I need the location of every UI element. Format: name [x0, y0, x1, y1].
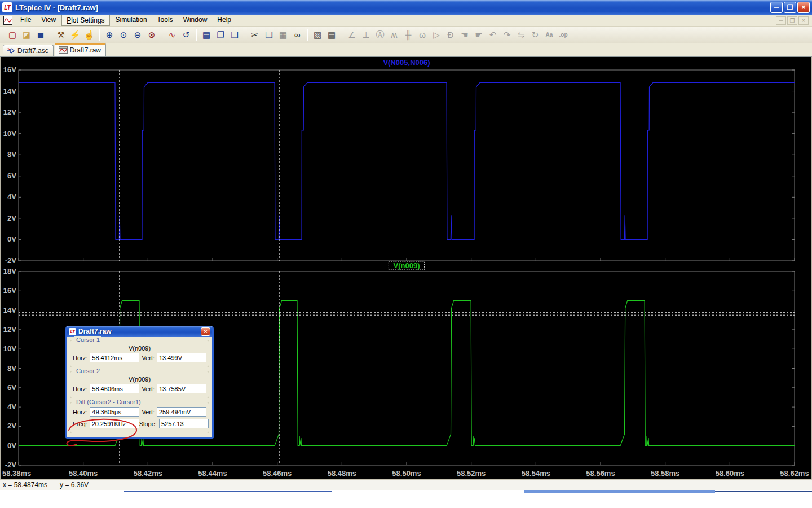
mdi-minimize-button[interactable]: ─ — [776, 16, 786, 25]
component-tool-icon: Ð — [444, 28, 457, 42]
zoom-out-icon[interactable]: ⊖ — [131, 28, 144, 42]
trace-V(N005,N006) — [19, 83, 795, 240]
menu-help[interactable]: Help — [213, 15, 236, 26]
zoom-extents-icon[interactable]: ↺ — [179, 28, 193, 42]
window-title: LTspice IV - [Draft7.raw] — [15, 3, 98, 12]
group-label: Cursor 1 — [74, 336, 102, 343]
cursor-readout-dialog[interactable]: LT Draft7.raw × Cursor 1V(n009)Horz:Vert… — [65, 326, 214, 439]
cursor1-signal-name: V(n009) — [73, 345, 206, 352]
mdi-close-button[interactable]: × — [798, 16, 809, 25]
x-tick-label: 58.38ms — [2, 469, 31, 478]
ltspice-logo-icon: LT — [2, 2, 12, 12]
mdi-restore-button[interactable]: ❐ — [787, 16, 797, 25]
diff-slope-input[interactable] — [159, 419, 209, 428]
y-tick-label: 14V — [3, 306, 16, 314]
spice-directive-icon: .op — [557, 28, 570, 42]
waveform-doc-icon — [3, 16, 12, 25]
dialog-title-bar[interactable]: LT Draft7.raw × — [67, 326, 212, 337]
window-controls: ─❐× — [770, 2, 810, 13]
print-icon[interactable]: ▤ — [325, 28, 338, 42]
x-tick-label: 58.46ms — [263, 469, 292, 478]
field-label: Horz: — [73, 386, 87, 392]
waveform-icon — [59, 46, 68, 54]
dialog-close-button[interactable]: × — [201, 327, 210, 336]
field-row: Freq:Slope: — [73, 419, 206, 428]
field-row: Horz:Vert: — [73, 407, 206, 417]
minimize-button[interactable]: ─ — [770, 2, 783, 13]
menu-simulation[interactable]: Simulation — [111, 15, 152, 26]
menu-file[interactable]: File — [16, 15, 36, 26]
y-tick-label: 4V — [7, 192, 16, 201]
status-x-readout: x = 58.4874ms — [3, 481, 47, 489]
y-tick-label: 8V — [7, 150, 16, 159]
autorange-icon[interactable]: ∿ — [165, 28, 179, 42]
x-tick-label: 58.52ms — [457, 469, 486, 478]
diff-freq-input[interactable] — [90, 419, 139, 428]
save-icon[interactable]: ◼ — [34, 28, 47, 42]
pane-title-bottom[interactable]: V(n009) — [394, 261, 420, 270]
y-tick-label: 12V — [3, 108, 16, 116]
y-tick-label: 4V — [7, 402, 16, 411]
y-tick-label: -2V — [5, 256, 17, 265]
paste-icon: ▦ — [276, 28, 290, 42]
tab-label: Draft7.asc — [17, 47, 48, 55]
y-tick-label: 10V — [3, 129, 16, 138]
print-preview-icon[interactable]: ▧ — [311, 28, 324, 42]
cursor1-horz-input[interactable] — [90, 353, 139, 362]
menu-tools[interactable]: Tools — [153, 15, 178, 26]
cursor1-vert-input[interactable] — [157, 353, 206, 362]
menu-view[interactable]: View — [37, 15, 60, 26]
group-diff: Diff (Cursor2 - Cursor1)Horz:Vert:Freq:S… — [70, 402, 209, 433]
ltspice-logo-icon: LT — [69, 328, 76, 335]
field-label: Vert: — [142, 386, 155, 392]
field-row: Horz:Vert: — [73, 384, 206, 393]
ground-tool-icon: ⊥ — [359, 28, 373, 42]
close-button[interactable]: × — [797, 2, 810, 13]
menu-plot-settings[interactable]: Plot Settings — [61, 15, 109, 26]
net-label-tool-icon: Ⓐ — [373, 28, 387, 42]
zoom-in-icon[interactable]: ⊕ — [103, 28, 116, 42]
move-tool-icon: ☚ — [458, 28, 471, 42]
cursor2-vert-input[interactable] — [157, 384, 206, 393]
drag-tool-icon: ☛ — [472, 28, 486, 42]
y-tick-label: 14V — [3, 87, 16, 95]
zoom-fit-icon[interactable]: ⊗ — [145, 28, 158, 42]
copy-icon[interactable]: ❏ — [262, 28, 276, 42]
wire-tool-icon: ∠ — [345, 28, 359, 42]
dialog-body: Cursor 1V(n009)Horz:Vert:Cursor 2V(n009)… — [67, 337, 212, 433]
y-tick-label: 10V — [3, 344, 16, 353]
find-icon[interactable]: ∞ — [290, 28, 304, 42]
cascade-icon[interactable]: ❏ — [228, 28, 241, 42]
field-label: Horz: — [73, 409, 87, 415]
restore-button[interactable]: ❐ — [784, 2, 796, 13]
menu-bar: FileViewPlot SettingsSimulationToolsWind… — [0, 15, 812, 27]
diff-vert-input[interactable] — [157, 407, 206, 417]
y-tick-label: 18V — [3, 267, 16, 275]
toolbar-separator — [342, 29, 342, 41]
diff-horz-input[interactable] — [90, 407, 139, 417]
halt-icon: ☝ — [82, 28, 96, 42]
status-bar: x = 58.4874ms y = 6.36V — [0, 479, 812, 490]
title-bar[interactable]: LT LTspice IV - [Draft7.raw] ─❐× — [0, 0, 812, 15]
menu-items: FileViewPlot SettingsSimulationToolsWind… — [16, 15, 237, 26]
new-plot-icon[interactable]: ▢ — [6, 28, 19, 42]
run-icon[interactable]: ⚡ — [68, 28, 82, 42]
pane-title-top[interactable]: V(N005,N006) — [383, 58, 430, 67]
toolbar: ▢◪◼⚒⚡☝⊕⊙⊖⊗∿↺▤❐❏✂❏▦∞▧▤∠⊥Ⓐʍ╫ω▷Ð☚☛↶↷⇋↻Aa.op — [0, 27, 812, 43]
x-tick-label: 58.60ms — [716, 469, 744, 478]
cursor2-signal-name: V(n009) — [73, 376, 206, 383]
control-panel-icon[interactable]: ⚒ — [54, 28, 68, 42]
y-tick-label: 8V — [7, 364, 16, 373]
cut-icon[interactable]: ✂ — [248, 28, 262, 42]
tile-horizontal-icon[interactable]: ▤ — [200, 28, 213, 42]
cursor2-horz-input[interactable] — [90, 384, 139, 393]
mirror-icon: ⇋ — [514, 28, 528, 42]
open-icon[interactable]: ◪ — [20, 28, 33, 42]
diode-tool-icon: ▷ — [430, 28, 443, 42]
tab-label: Draft7.raw — [70, 46, 101, 54]
tab-draft7-asc[interactable]: Draft7.asc — [3, 45, 54, 56]
tile-vertical-icon[interactable]: ❐ — [214, 28, 227, 42]
tab-draft7-raw[interactable]: Draft7.raw — [55, 43, 106, 56]
menu-window[interactable]: Window — [179, 15, 212, 26]
zoom-back-icon[interactable]: ⊙ — [117, 28, 130, 42]
